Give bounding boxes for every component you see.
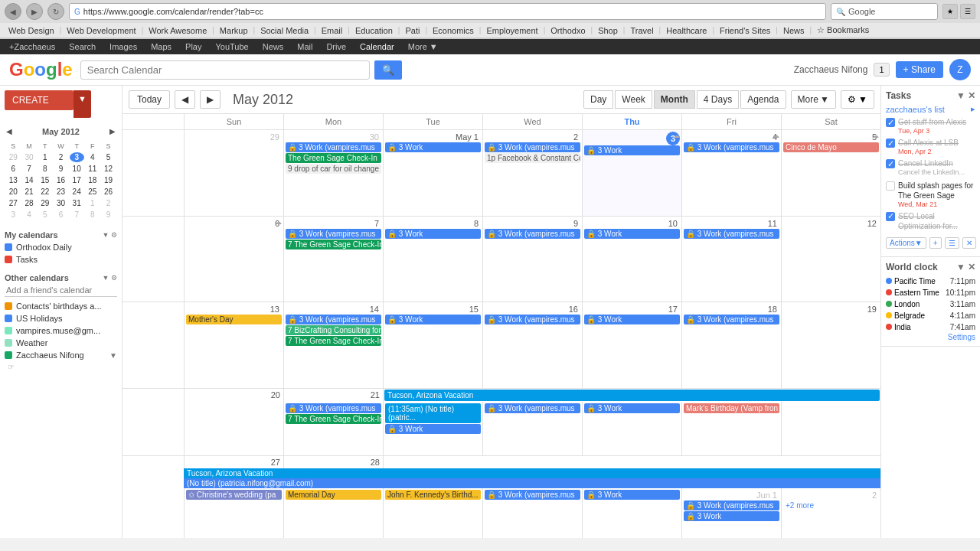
mini-cal-day[interactable]: 29 — [38, 198, 52, 208]
calendar-item-weather[interactable]: Weather — [5, 337, 117, 349]
mini-cal-day[interactable]: 16 — [54, 175, 68, 185]
search-input[interactable] — [87, 64, 363, 76]
mini-cal-day[interactable]: 2 — [54, 152, 68, 162]
event-work-may15[interactable]: 🔒 3 Work — [385, 315, 481, 324]
day-cell-may28[interactable]: Memorial Day — [283, 488, 383, 538]
mini-cal-day[interactable]: 10 — [70, 164, 84, 174]
event-greensage-apr30[interactable]: The Green Sage Check-In — [286, 153, 381, 163]
bookmark-bookmarks[interactable]: ☆ Bookmarks — [813, 24, 873, 36]
mini-cal-day[interactable]: 9 — [54, 164, 68, 174]
gbar-zacchaeus[interactable]: +Zacchaeus — [6, 41, 58, 53]
calendar-item-usholidays[interactable]: US Holidays — [5, 312, 117, 324]
view-week[interactable]: Week — [615, 90, 652, 109]
more-button[interactable]: More ▼ — [791, 90, 836, 109]
bookmark-employement[interactable]: Employement — [482, 25, 541, 36]
day-num-may28[interactable]: 28 — [285, 457, 382, 468]
event-greensage-may7[interactable]: 7 The Green Sage Check-In — [286, 240, 381, 249]
bookmark-news[interactable]: News — [779, 25, 808, 36]
mini-cal-day[interactable]: 8 — [86, 210, 100, 220]
day-cell-may13[interactable]: 13 Mother's Day — [184, 302, 283, 388]
mini-cal-day[interactable]: 2 — [101, 198, 116, 208]
mini-cal-day[interactable]: 22 — [38, 187, 52, 197]
zacchaeus-menu[interactable]: ▼ — [109, 351, 117, 360]
day-cell-may10[interactable]: 10 🔒 3 Work — [582, 217, 681, 302]
event-work-apr30[interactable]: 🔒 3 Work (vampires.mus — [286, 142, 381, 152]
mini-cal-prev[interactable]: ◀ — [5, 126, 14, 137]
day-cell-may7[interactable]: 7 🔒 3 Work (vampires.mus 7 The Green Sag… — [283, 217, 383, 302]
mini-cal-day[interactable]: 5 — [38, 210, 52, 220]
mini-cal-today[interactable]: 3 — [70, 152, 84, 162]
event-memorial[interactable]: Memorial Day — [286, 490, 381, 500]
gbar-news[interactable]: News — [260, 41, 287, 53]
star-btn[interactable]: ★ — [942, 4, 958, 19]
day-cell-may19[interactable]: 19 — [781, 302, 880, 388]
bookmark-shop[interactable]: Shop — [594, 25, 622, 36]
bookmark-orthodxo[interactable]: Orthodxo — [547, 25, 589, 36]
bookmark-markup[interactable]: Markup — [216, 25, 252, 36]
today-button[interactable]: Today — [129, 90, 170, 109]
mini-cal-day[interactable]: 1 — [86, 198, 100, 208]
mini-cal-day[interactable]: 15 — [38, 175, 52, 185]
bookmark-travel[interactable]: Travel — [626, 25, 657, 36]
day-cell-may5[interactable]: 5 Cinco de Mayo ☁ — [781, 130, 880, 216]
mini-cal-day[interactable]: 8 — [38, 164, 52, 174]
mini-cal-day[interactable]: 24 — [70, 187, 84, 197]
event-marks-birthday[interactable]: Mark's Birthday (Vamp fron — [684, 403, 779, 413]
day-num-may21[interactable]: 21 — [285, 390, 382, 400]
day-cell-may1[interactable]: May 1 🔒 3 Work — [383, 130, 482, 216]
event-work-may16[interactable]: 🔒 3 Work (vampires.mus — [485, 315, 580, 324]
calendar-item-orthodox[interactable]: Orthodox Daily — [5, 241, 117, 253]
day-cell-may16[interactable]: 16 🔒 3 Work (vampires.mus — [482, 302, 582, 388]
day-cell-may25[interactable]: Mark's Birthday (Vamp fron — [681, 402, 781, 455]
event-work-may17[interactable]: 🔒 3 Work — [584, 315, 680, 324]
event-work-may14[interactable]: 🔒 3 Work (vampires.mus — [286, 315, 381, 324]
bookmark-friends[interactable]: Friend's Sites — [716, 25, 774, 36]
mini-cal-day[interactable]: 6 — [54, 210, 68, 220]
mini-cal-day[interactable]: 21 — [22, 187, 37, 197]
day-cell-may17[interactable]: 17 🔒 3 Work — [582, 302, 681, 388]
mini-cal-title[interactable]: May 2012 — [42, 127, 80, 136]
event-work-may8[interactable]: 🔒 3 Work — [385, 229, 481, 239]
day-cell-may6[interactable]: 6 ☁ — [184, 217, 283, 302]
gbar-search[interactable]: Search — [66, 41, 99, 53]
mini-cal-day[interactable]: 17 — [70, 175, 84, 185]
day-cell-apr29[interactable]: 29 — [184, 130, 283, 216]
day-cell-may27[interactable]: ✩ Christine's wedding (pa — [184, 488, 283, 538]
task-checkbox-4[interactable] — [886, 181, 895, 191]
view-agenda[interactable]: Agenda — [740, 90, 786, 109]
calendar-item-vampires[interactable]: vampires.muse@gm... — [5, 324, 117, 337]
more-events[interactable]: +2 more — [783, 500, 879, 510]
event-work-may7[interactable]: 🔒 3 Work (vampires.mus — [286, 229, 381, 239]
day-cell-may30[interactable]: 🔒 3 Work (vampires.mus — [482, 488, 582, 538]
gbar-maps[interactable]: Maps — [148, 41, 175, 53]
day-cell-may22[interactable]: (11:35am) (No title) (patric... 🔒 3 Work — [383, 402, 482, 455]
mini-cal-day[interactable]: 26 — [101, 187, 116, 197]
menu-btn[interactable]: ☰ — [960, 4, 975, 19]
day-cell-may29[interactable]: John F. Kennedy's Birthd... — [383, 488, 482, 538]
day-cell-may26[interactable] — [781, 402, 880, 455]
task-actions-btn[interactable]: Actions▼ — [886, 237, 926, 249]
bookmark-social[interactable]: Social Media — [256, 25, 312, 36]
gbar-mail[interactable]: Mail — [294, 41, 315, 53]
day-cell-may9[interactable]: 9 🔒 3 Work (vampires.mus — [482, 217, 582, 302]
bookmark-workawesome[interactable]: Work Awesome — [145, 25, 211, 36]
back-button[interactable]: ◀ — [5, 3, 21, 20]
day-cell-may21[interactable]: 🔒 3 Work (vampires.mus 7 The Green Sage … — [283, 402, 383, 455]
mini-cal-day[interactable]: 25 — [86, 187, 100, 197]
mini-cal-day[interactable]: 4 — [86, 152, 100, 162]
mini-cal-next[interactable]: ▶ — [108, 126, 117, 137]
tasks-close[interactable]: ✕ — [968, 90, 975, 101]
event-wedding[interactable]: ✩ Christine's wedding (pa — [186, 490, 282, 500]
day-cell-may31[interactable]: 🔒 3 Work — [582, 488, 681, 538]
mini-cal-day[interactable]: 28 — [22, 198, 37, 208]
day-cell-may24[interactable]: 🔒 3 Work — [582, 402, 681, 455]
task-list-btn[interactable]: ☰ — [945, 237, 959, 249]
gbar-drive[interactable]: Drive — [323, 41, 349, 53]
url-bar[interactable]: G https://www.google.com/calendar/render… — [69, 3, 826, 20]
event-work-may10[interactable]: 🔒 3 Work — [584, 229, 680, 239]
task-add-btn[interactable]: + — [929, 237, 942, 249]
notification-button[interactable]: 1 — [874, 63, 889, 77]
mini-cal-day[interactable]: 9 — [101, 210, 116, 220]
day-cell-jun2[interactable]: 2 +2 more — [781, 488, 880, 538]
task-list-name[interactable]: zacchaeus's list ▸ — [886, 104, 975, 114]
